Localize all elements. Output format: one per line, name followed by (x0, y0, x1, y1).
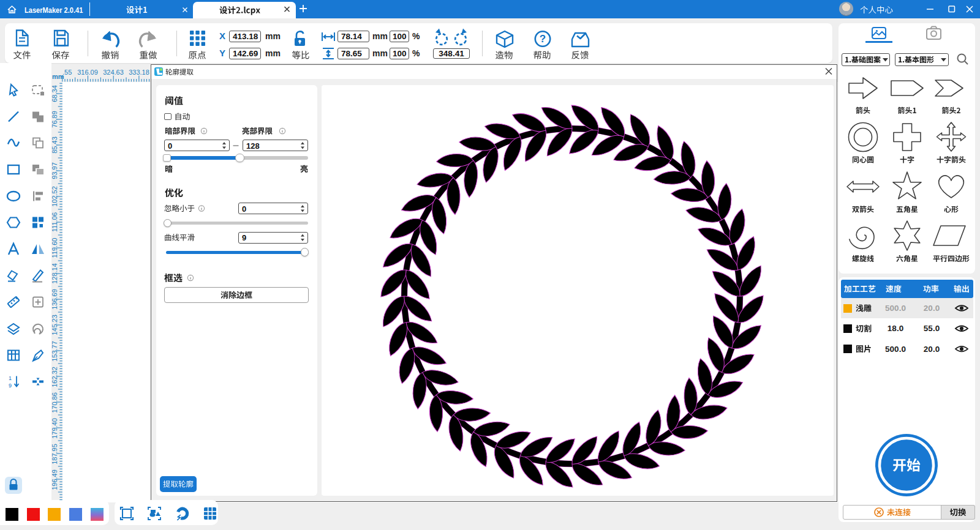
svg-text:1: 1 (9, 375, 12, 381)
svg-text:9: 9 (9, 383, 12, 389)
